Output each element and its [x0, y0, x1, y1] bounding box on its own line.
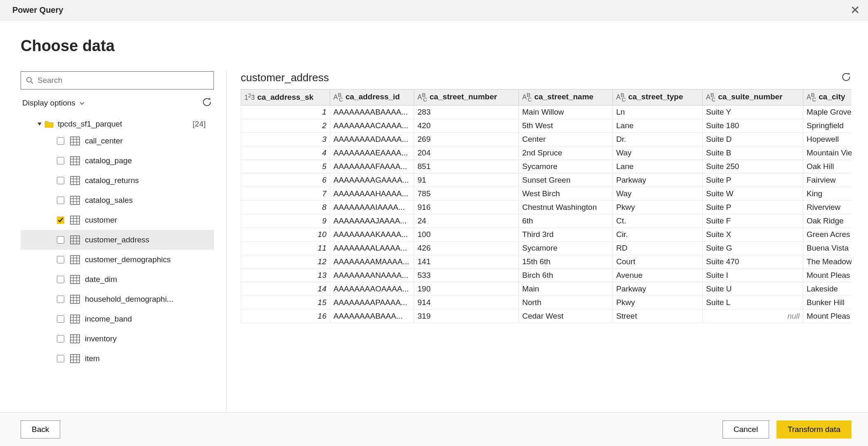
tree-item-inventory[interactable]: inventory	[21, 329, 214, 349]
table-cell: AAAAAAAADAAAA...	[330, 132, 414, 146]
expand-collapse-icon[interactable]	[37, 122, 42, 127]
close-icon[interactable]: ✕	[850, 5, 860, 16]
table-checkbox[interactable]	[57, 256, 64, 263]
table-label: customer_address	[85, 235, 149, 244]
table-cell: Suite G	[703, 241, 803, 255]
tree-item-item[interactable]: item	[21, 349, 214, 369]
table-row[interactable]: 11AAAAAAAALAAAA...426SycamoreRDSuite GBu…	[241, 241, 852, 255]
table-label: catalog_page	[85, 156, 132, 165]
tree-item-customer_demographics[interactable]: customer_demographics	[21, 250, 214, 270]
number-type-icon: 123	[244, 94, 255, 101]
tree-item-income_band[interactable]: income_band	[21, 309, 214, 329]
table-checkbox[interactable]	[57, 276, 64, 283]
tree-item-catalog_page[interactable]: catalog_page	[21, 151, 214, 171]
table-checkbox[interactable]	[57, 296, 64, 303]
table-cell: Way	[613, 187, 703, 200]
table-cell: 9	[241, 214, 330, 228]
table-row[interactable]: 7AAAAAAAAHAAAA...785West BirchWaySuite W…	[241, 187, 852, 200]
table-row[interactable]: 2AAAAAAAACAAAA...4205th WestLaneSuite 18…	[241, 119, 852, 132]
svg-rect-42	[70, 295, 80, 303]
column-name: ca_street_name	[534, 92, 594, 101]
navigator-sidebar: Display options tpcds_sf1_parquet [24] c…	[21, 71, 227, 412]
back-button[interactable]: Back	[21, 420, 60, 439]
content-area: Choose data Display options	[0, 21, 868, 412]
table-row[interactable]: 9AAAAAAAAJAAAA...246thCt.Suite FOak Ridg…	[241, 214, 852, 228]
text-type-icon: ABC	[706, 94, 716, 101]
table-cell: AAAAAAAAFAAAA...	[330, 160, 414, 173]
tree-item-catalog_sales[interactable]: catalog_sales	[21, 190, 214, 210]
table-row[interactable]: 10AAAAAAAAKAAAA...100Third 3rdCir.Suite …	[241, 228, 852, 241]
tree-item-catalog_returns[interactable]: catalog_returns	[21, 171, 214, 190]
column-header-ca_suite_number[interactable]: ABCca_suite_number	[703, 89, 803, 106]
tree-item-customer[interactable]: customer	[21, 210, 214, 230]
column-header-ca_street_name[interactable]: ABCca_street_name	[519, 89, 613, 106]
column-name: ca_address_id	[345, 92, 400, 101]
tree-item-call_center[interactable]: call_center	[21, 131, 214, 151]
titlebar: Power Query ✕	[0, 0, 868, 21]
table-cell: Lane	[613, 119, 703, 132]
table-cell: 426	[414, 241, 519, 255]
table-row[interactable]: 14AAAAAAAAOAAAA...190MainParkwaySuite UL…	[241, 282, 852, 296]
window-title: Power Query	[12, 5, 63, 15]
table-row[interactable]: 12AAAAAAAAMAAAA...14115th 6thCourtSuite …	[241, 255, 852, 268]
table-checkbox[interactable]	[57, 197, 64, 204]
svg-rect-2	[70, 137, 80, 145]
table-cell: Suite D	[703, 132, 803, 146]
display-options-dropdown[interactable]: Display options	[22, 99, 85, 108]
column-header-ca_street_number[interactable]: ABCca_street_number	[414, 89, 519, 106]
table-checkbox[interactable]	[57, 315, 64, 323]
table-cell: AAAAAAAAMAAAA...	[330, 255, 414, 268]
table-row[interactable]: 4AAAAAAAAEAAAA...2042nd SpruceWaySuite B…	[241, 146, 852, 160]
table-checkbox[interactable]	[57, 335, 64, 343]
search-box[interactable]	[21, 71, 214, 89]
transform-data-button[interactable]: Transform data	[777, 420, 852, 439]
table-checkbox[interactable]	[57, 216, 64, 224]
table-cell: Cedar West	[519, 309, 613, 323]
table-cell: 100	[414, 228, 519, 241]
table-row[interactable]: 1AAAAAAAABAAAA...283Main WillowLnSuite Y…	[241, 105, 852, 119]
table-checkbox[interactable]	[57, 177, 64, 184]
table-cell: Parkway	[613, 173, 703, 187]
table-cell: Way	[613, 146, 703, 160]
preview-table[interactable]: 123ca_address_skABCca_address_idABCca_st…	[241, 89, 852, 323]
cancel-button[interactable]: Cancel	[723, 420, 769, 439]
table-icon	[70, 136, 80, 146]
svg-point-0	[27, 77, 31, 82]
table-cell: AAAAAAAALAAAA...	[330, 241, 414, 255]
table-row[interactable]: 8AAAAAAAAIAAAA...916Chestnut WashingtonP…	[241, 200, 852, 214]
table-row[interactable]: 3AAAAAAAADAAAA...269CenterDr.Suite DHope…	[241, 132, 852, 146]
table-row[interactable]: 5AAAAAAAAFAAAA...851SycamoreLaneSuite 25…	[241, 160, 852, 173]
tree-item-customer_address[interactable]: customer_address	[21, 230, 214, 250]
refresh-icon	[841, 72, 852, 82]
table-cell: 785	[414, 187, 519, 200]
table-cell: 8	[241, 200, 330, 214]
preview-refresh-button[interactable]	[841, 72, 852, 84]
column-header-ca_address_id[interactable]: ABCca_address_id	[330, 89, 414, 106]
table-row[interactable]: 15AAAAAAAAPAAAA...914NorthPkwySuite LBun…	[241, 296, 852, 309]
table-row[interactable]: 6AAAAAAAAGAAAA...91Sunset GreenParkwaySu…	[241, 173, 852, 187]
column-header-ca_city[interactable]: ABCca_city	[803, 89, 852, 106]
tree-item-household_demographi-[interactable]: household_demographi...	[21, 289, 214, 309]
table-checkbox[interactable]	[57, 137, 64, 145]
table-row[interactable]: 13AAAAAAAANAAAA...533Birch 6thAvenueSuit…	[241, 268, 852, 282]
table-row[interactable]: 16AAAAAAAABAAA...319Cedar WestStreetnull…	[241, 309, 852, 323]
table-cell: RD	[613, 241, 703, 255]
table-cell: Suite 470	[703, 255, 803, 268]
tree-item-date_dim[interactable]: date_dim	[21, 270, 214, 289]
table-cell: AAAAAAAANAAAA...	[330, 268, 414, 282]
table-cell: AAAAAAAAKAAAA...	[330, 228, 414, 241]
search-input[interactable]	[38, 76, 209, 85]
table-checkbox[interactable]	[57, 236, 64, 244]
column-header-ca_address_sk[interactable]: 123ca_address_sk	[241, 89, 330, 106]
tree-database-node[interactable]: tpcds_sf1_parquet [24]	[21, 117, 214, 131]
table-label: inventory	[85, 334, 117, 343]
refresh-button[interactable]	[202, 97, 212, 109]
table-checkbox[interactable]	[57, 157, 64, 164]
table-cell: AAAAAAAAJAAAA...	[330, 214, 414, 228]
table-label: call_center	[85, 136, 123, 146]
table-cell: 141	[414, 255, 519, 268]
table-checkbox[interactable]	[57, 355, 64, 362]
table-cell: AAAAAAAACAAAA...	[330, 119, 414, 132]
column-header-ca_street_type[interactable]: ABCca_street_type	[613, 89, 703, 106]
table-cell: 283	[414, 105, 519, 119]
